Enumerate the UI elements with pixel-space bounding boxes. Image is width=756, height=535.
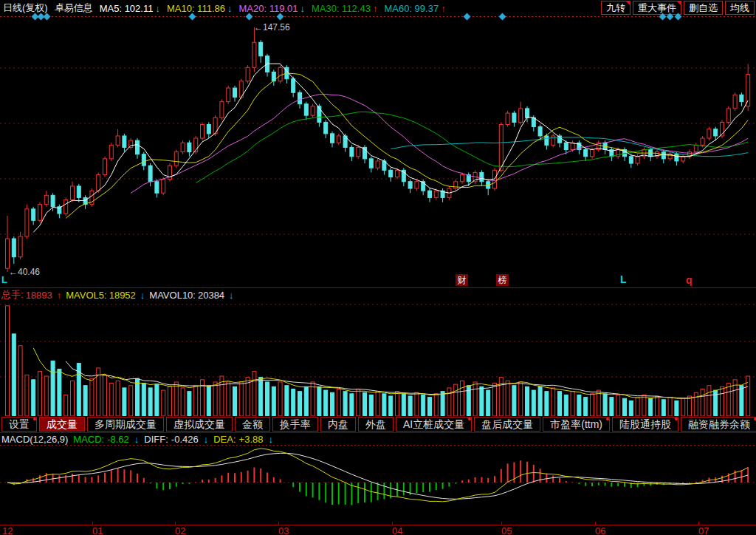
- macd-title: MACD(12,26,9): [1, 434, 68, 445]
- axis-tick: [92, 522, 93, 525]
- axis-tick: [175, 522, 176, 525]
- price-candlestick-chart[interactable]: [0, 18, 756, 287]
- macd-header: MACD(12,26,9) MACD: -8.62 ↓ DIFF: -0.426…: [1, 434, 273, 445]
- tab-设置[interactable]: 设置: [1, 417, 37, 432]
- volume-bar-chart[interactable]: [0, 298, 756, 416]
- month-label-04: 04: [392, 525, 402, 535]
- axis-tick: [595, 522, 596, 525]
- axis-tick: [392, 522, 393, 525]
- watermark-boxed: 榜: [496, 274, 509, 286]
- tab-融资融券余额[interactable]: 融资融券余额: [681, 417, 756, 432]
- diff-label: DIFF:: [144, 434, 168, 445]
- high-price-annotation: ←147.56: [254, 22, 290, 33]
- tab-成交量[interactable]: 成交量: [39, 417, 85, 432]
- watermark-boxed: 财: [456, 274, 468, 286]
- month-label-01: 01: [92, 525, 103, 535]
- stock-name: 卓易信息: [55, 1, 93, 15]
- ma-item-MA60: MA60: 99.37↑: [384, 3, 445, 14]
- tab-虚拟成交量[interactable]: 虚拟成交量: [166, 417, 233, 432]
- watermark-red: q: [686, 274, 693, 286]
- ma-values: MA5: 102.11↓MA10: 111.86↓MA20: 119.01↓MA…: [100, 3, 446, 14]
- dea-direction-icon: ↓: [268, 434, 273, 445]
- up-arrow-icon: ↑: [441, 3, 446, 14]
- month-label-07: 07: [698, 525, 709, 535]
- down-arrow-icon: ↓: [155, 3, 160, 14]
- tab-内盘[interactable]: 内盘: [320, 417, 356, 432]
- header-buttons: 九转重大事件删自选均线: [599, 1, 755, 15]
- dea-label: DEA:: [213, 434, 236, 445]
- low-point-marker: L: [1, 274, 7, 285]
- diff-value: -0.426: [171, 434, 199, 445]
- tab-陆股通持股[interactable]: 陆股通持股: [612, 417, 678, 432]
- up-arrow-icon: ↑: [373, 3, 378, 14]
- diff-direction-icon: ↓: [204, 434, 209, 445]
- time-axis: 1201020304050607: [0, 525, 756, 535]
- header-button-九转[interactable]: 九转: [601, 1, 630, 15]
- tab-金额[interactable]: 金额: [235, 417, 270, 432]
- axis-tick: [501, 522, 502, 525]
- indicator-tab-bar: 设置成交量多周期成交量虚拟成交量金额换手率内盘外盘AI立桩成交量盘后成交量市盈率…: [0, 416, 756, 433]
- dea-value: +3.88: [239, 434, 264, 445]
- tab-AI立桩成交量[interactable]: AI立桩成交量: [396, 417, 472, 432]
- notification-dot-icon: [675, 418, 678, 420]
- axis-tick: [278, 522, 279, 525]
- tab-外盘[interactable]: 外盘: [358, 417, 394, 432]
- macd-value: -8.62: [107, 434, 129, 445]
- corner-flag-icon: [677, 1, 681, 5]
- month-label-05: 05: [501, 525, 512, 535]
- notification-dot-icon: [606, 418, 609, 420]
- axis-tick: [698, 522, 699, 525]
- header-button-删自选[interactable]: 删自选: [684, 1, 723, 15]
- month-label-12: 12: [2, 525, 13, 535]
- low-price-annotation: ←40.46: [9, 267, 40, 277]
- corner-flag-icon: [626, 1, 630, 5]
- header-button-均线[interactable]: 均线: [725, 1, 755, 15]
- notification-dot-icon: [33, 418, 36, 420]
- tab-换手率[interactable]: 换手率: [272, 417, 318, 432]
- down-arrow-icon: ↓: [227, 3, 233, 14]
- macd-label: MACD:: [73, 434, 104, 445]
- month-label-02: 02: [175, 525, 185, 535]
- notification-dot-icon: [468, 418, 471, 420]
- down-arrow-icon: ↓: [300, 3, 305, 14]
- header-button-重大事件[interactable]: 重大事件: [633, 1, 681, 15]
- tab-盘后成交量[interactable]: 盘后成交量: [474, 417, 540, 432]
- ma-item-MA5: MA5: 102.11↓: [100, 3, 160, 14]
- macd-chart[interactable]: [0, 446, 756, 525]
- tab-多周期成交量[interactable]: 多周期成交量: [87, 417, 164, 432]
- month-label-03: 03: [278, 525, 289, 535]
- month-label-06: 06: [595, 525, 605, 535]
- stock-chart-app: 日线(复权) 卓易信息 MA5: 102.11↓MA10: 111.86↓MA2…: [0, 0, 756, 535]
- watermark-cyan: L: [620, 273, 627, 285]
- tab-市盈率(ttm)[interactable]: 市盈率(ttm): [543, 417, 610, 432]
- macd-direction-icon: ↓: [134, 434, 140, 445]
- ma-item-MA10: MA10: 111.86↓: [167, 3, 233, 14]
- chart-header: 日线(复权) 卓易信息 MA5: 102.11↓MA10: 111.86↓MA2…: [3, 1, 446, 15]
- signal-dotted-line: [0, 16, 756, 17]
- ma-item-MA30: MA30: 112.43↑: [312, 3, 377, 14]
